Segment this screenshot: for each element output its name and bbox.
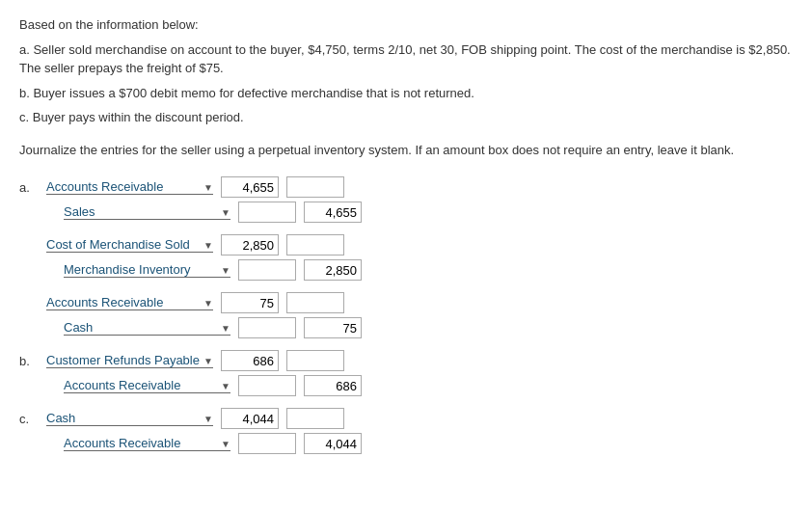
entry-row-a4: Merchandise Inventory Accounts Receivabl… <box>19 259 793 281</box>
account-select-wrapper-c1[interactable]: Cash Accounts Receivable Sales Cost of M… <box>46 411 213 426</box>
debit-input-b1[interactable] <box>221 350 279 371</box>
debit-input-a4[interactable] <box>238 259 296 281</box>
intro-item-b: b. Buyer issues a $700 debit memo for de… <box>19 84 793 103</box>
account-select-wrapper-a4[interactable]: Merchandise Inventory Accounts Receivabl… <box>46 262 230 278</box>
entry-row-a3: Cost of Merchandise Sold Accounts Receiv… <box>19 234 793 256</box>
entry-label-c: c. <box>19 412 46 426</box>
account-select-wrapper-a1[interactable]: Accounts Receivable Sales Cost of Mercha… <box>46 179 213 195</box>
credit-input-a1[interactable] <box>286 176 344 198</box>
credit-input-a3[interactable] <box>286 234 344 256</box>
debit-input-a3[interactable] <box>221 234 279 256</box>
entry-group-a: a. Accounts Receivable Sales Cost of Mer… <box>19 176 793 338</box>
entry-row-b1: b. Customer Refunds Payable Accounts Rec… <box>19 350 793 371</box>
debit-input-a2[interactable] <box>238 202 296 223</box>
entry-row-b2: Accounts Receivable Sales Cost of Mercha… <box>19 375 793 396</box>
account-select-wrapper-a2[interactable]: Sales Accounts Receivable Cost of Mercha… <box>46 204 230 220</box>
credit-input-a6[interactable] <box>304 317 362 338</box>
account-select-b2[interactable]: Accounts Receivable Sales Cost of Mercha… <box>64 378 230 393</box>
account-select-wrapper-a6[interactable]: Cash Accounts Receivable Sales Cost of M… <box>46 320 230 336</box>
credit-input-a2[interactable] <box>304 202 362 223</box>
account-select-a4[interactable]: Merchandise Inventory Accounts Receivabl… <box>64 262 230 278</box>
intro-header: Based on the information below: <box>19 15 793 35</box>
intro-item-c: c. Buyer pays within the discount period… <box>19 108 793 127</box>
intro-section: Based on the information below: a. Selle… <box>19 15 793 127</box>
debit-input-c1[interactable] <box>221 408 279 429</box>
credit-input-b2[interactable] <box>304 375 362 396</box>
entry-row-a6: Cash Accounts Receivable Sales Cost of M… <box>19 317 793 338</box>
entry-label-a: a. <box>19 180 46 195</box>
debit-input-b2[interactable] <box>238 375 296 396</box>
entry-label-b: b. <box>19 354 46 368</box>
account-select-a2[interactable]: Sales Accounts Receivable Cost of Mercha… <box>64 204 230 220</box>
account-select-wrapper-b2[interactable]: Accounts Receivable Sales Cost of Mercha… <box>46 378 230 393</box>
entry-group-c: c. Cash Accounts Receivable Sales Cost o… <box>19 408 793 454</box>
credit-input-b1[interactable] <box>286 350 344 371</box>
account-select-wrapper-b1[interactable]: Customer Refunds Payable Accounts Receiv… <box>46 353 213 368</box>
credit-input-c1[interactable] <box>286 408 344 429</box>
instruction-text: Journalize the entries for the seller us… <box>19 141 793 160</box>
account-select-a3[interactable]: Cost of Merchandise Sold Accounts Receiv… <box>46 237 213 253</box>
entry-row-a5: Accounts Receivable Sales Cost of Mercha… <box>19 292 793 313</box>
debit-input-a1[interactable] <box>221 176 279 198</box>
account-select-c1[interactable]: Cash Accounts Receivable Sales Cost of M… <box>46 411 213 426</box>
account-select-a5[interactable]: Accounts Receivable Sales Cost of Mercha… <box>46 295 213 310</box>
entry-row-a1: a. Accounts Receivable Sales Cost of Mer… <box>19 176 793 198</box>
debit-input-a6[interactable] <box>238 317 296 338</box>
intro-item-a: a. Seller sold merchandise on account to… <box>19 40 793 78</box>
account-select-c2[interactable]: Accounts Receivable Sales Cost of Mercha… <box>64 436 230 451</box>
debit-input-a5[interactable] <box>221 292 279 313</box>
entry-group-b: b. Customer Refunds Payable Accounts Rec… <box>19 350 793 396</box>
account-select-wrapper-a3[interactable]: Cost of Merchandise Sold Accounts Receiv… <box>46 237 213 253</box>
entry-row-c1: c. Cash Accounts Receivable Sales Cost o… <box>19 408 793 429</box>
account-select-a6[interactable]: Cash Accounts Receivable Sales Cost of M… <box>64 320 230 336</box>
account-select-a1[interactable]: Accounts Receivable Sales Cost of Mercha… <box>46 179 213 195</box>
credit-input-a5[interactable] <box>286 292 344 313</box>
credit-input-a4[interactable] <box>304 259 362 281</box>
account-select-wrapper-a5[interactable]: Accounts Receivable Sales Cost of Mercha… <box>46 295 213 310</box>
account-select-b1[interactable]: Customer Refunds Payable Accounts Receiv… <box>46 353 213 368</box>
entry-row-c2: Accounts Receivable Sales Cost of Mercha… <box>19 433 793 454</box>
credit-input-c2[interactable] <box>304 433 362 454</box>
journal-section: a. Accounts Receivable Sales Cost of Mer… <box>19 176 793 454</box>
debit-input-c2[interactable] <box>238 433 296 454</box>
entry-row-a2: Sales Accounts Receivable Cost of Mercha… <box>19 202 793 223</box>
account-select-wrapper-c2[interactable]: Accounts Receivable Sales Cost of Mercha… <box>46 436 230 451</box>
